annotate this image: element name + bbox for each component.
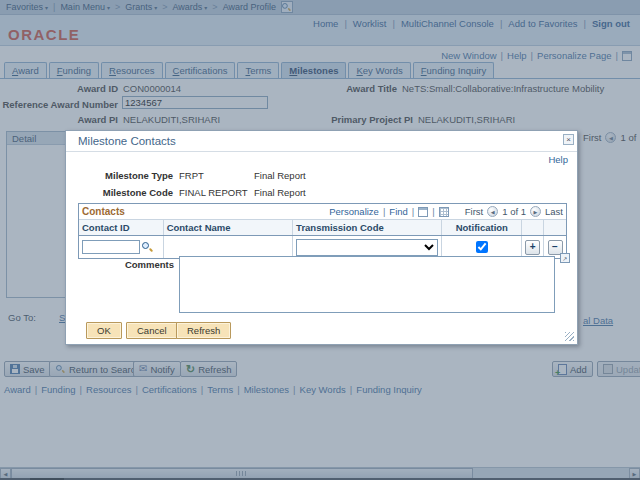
find-link[interactable]: Find [389,206,407,217]
contact-id-cell [79,236,164,258]
contact-id-input[interactable] [82,240,140,254]
column-header-contact-name: Contact Name [164,220,293,235]
transmission-code-cell [293,236,442,258]
download-grid-icon[interactable] [439,207,449,217]
milestone-code-desc: Final Report [254,187,306,198]
contacts-grid-header-row: Contact ID Contact Name Transmission Cod… [79,220,566,236]
modal-title: Milestone Contacts [78,135,176,147]
column-header-delete [544,220,566,235]
comments-label: Comments [94,259,174,270]
zoom-grid-icon[interactable] [418,207,428,217]
ok-button[interactable]: OK [86,322,122,339]
grid-next-row-icon[interactable]: ▶ [530,206,541,217]
close-icon[interactable]: × [563,134,574,145]
grid-separator: | [432,206,434,217]
notification-cell [442,236,522,258]
milestone-type-value: FRPT [179,170,204,181]
add-row-cell: + [522,236,544,258]
arrow-left-icon: ◀ [491,209,495,215]
grid-pager-first-label: First [465,206,483,217]
modal-help-link[interactable]: Help [548,154,568,165]
column-header-contact-id: Contact ID [79,220,164,235]
milestone-contacts-modal: Milestone Contacts × Help Milestone Type… [65,130,578,345]
contact-id-lookup-icon[interactable] [142,242,153,253]
grid-separator: | [383,206,385,217]
grid-pager-count: 1 of 1 [502,206,526,217]
contacts-grid-navbar: Contacts Personalize | Find | | First ◀ … [79,204,566,220]
contacts-grid-title: Contacts [82,206,125,217]
contacts-grid-row: + − [79,236,566,258]
grid-previous-row-icon[interactable]: ◀ [487,206,498,217]
grid-pager-last-label: Last [545,206,563,217]
comments-textarea[interactable] [179,256,555,313]
contacts-grid-controls: Personalize | Find | | First ◀ 1 of 1 ▶ … [329,206,563,217]
milestone-type-label: Milestone Type [66,170,173,181]
column-header-notification: Notification [442,220,522,235]
expand-arrow-icon: ↗ [562,255,567,262]
cancel-button[interactable]: Cancel [126,322,178,339]
milestone-code-value: FINAL REPORT [179,187,248,198]
modal-resize-grip[interactable] [565,332,574,341]
notification-checkbox[interactable] [476,241,488,253]
arrow-right-icon: ▶ [534,209,538,215]
expand-comments-icon[interactable]: ↗ [560,253,570,263]
peoplesoft-award-profile-screen: Favorites ▾ | Main Menu ▾ > Grants ▾ > A… [0,0,640,480]
contact-name-cell [164,236,293,258]
add-row-button[interactable]: + [525,240,540,255]
personalize-link[interactable]: Personalize [329,206,379,217]
column-header-transmission-code: Transmission Code [293,220,442,235]
contacts-grid: Contacts Personalize | Find | | First ◀ … [78,203,567,259]
grid-separator: | [412,206,414,217]
column-header-add [522,220,544,235]
modal-title-divider [66,151,577,152]
milestone-type-desc: Final Report [254,170,306,181]
transmission-code-select[interactable] [296,239,438,256]
milestone-code-label: Milestone Code [66,187,173,198]
modal-refresh-button[interactable]: Refresh [176,322,231,339]
